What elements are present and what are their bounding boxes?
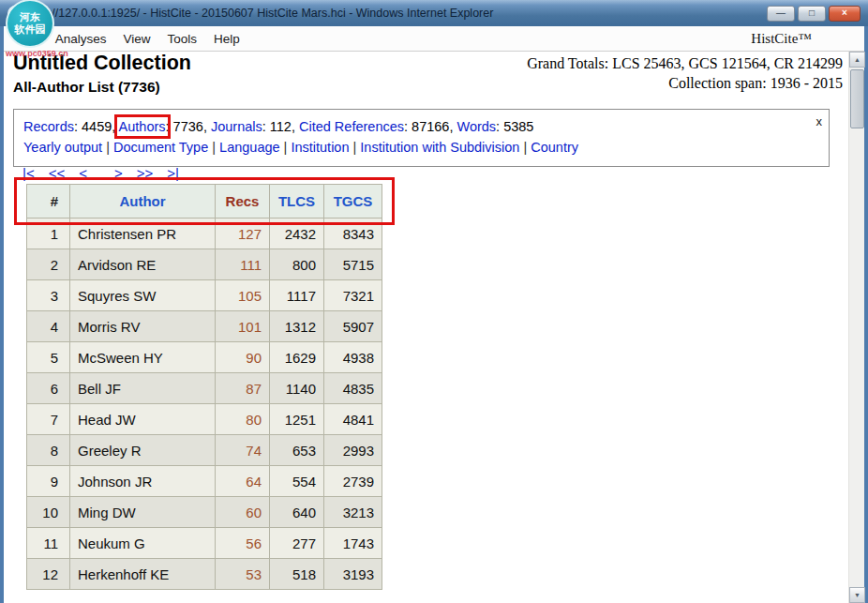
cell-tlcs: 2432: [270, 219, 324, 249]
minimize-button[interactable]: —: [767, 6, 795, 22]
page-content: Untitled Collection All-Author List (773…: [4, 52, 848, 603]
cell-tgcs: 8343: [324, 219, 382, 249]
rewind-pages[interactable]: <<: [49, 165, 66, 181]
window-controls: — □ ×: [767, 6, 861, 22]
cell-tgcs: 4835: [324, 373, 382, 404]
watermark-text-2: 软件园: [15, 23, 46, 36]
cell-tlcs: 1140: [270, 373, 324, 404]
menu-item-help[interactable]: Help: [205, 28, 248, 50]
scrollbar-thumb[interactable]: [850, 69, 864, 128]
cell-recs: 53: [216, 559, 270, 590]
column-header-tgcs[interactable]: TGCS: [324, 185, 382, 219]
separator: |: [208, 140, 219, 155]
cell-tlcs: 1251: [270, 404, 324, 435]
stats-value-records: : 4459,: [74, 119, 119, 134]
cell-author: Greeley R: [70, 435, 216, 466]
cell-rank: 6: [27, 373, 70, 404]
cell-tlcs: 518: [270, 559, 324, 590]
maximize-button[interactable]: □: [798, 6, 826, 22]
separator: |: [350, 140, 361, 155]
separator: |: [280, 140, 292, 155]
stats-link-records[interactable]: Records: [23, 119, 74, 134]
view-link-institution[interactable]: Institution: [291, 140, 349, 155]
table-row: 7Head JW8012514841: [27, 404, 382, 435]
view-link-language[interactable]: Language: [219, 140, 280, 155]
column-header-recs[interactable]: Recs: [216, 185, 270, 219]
cell-author: Herkenhoff KE: [70, 559, 216, 590]
cell-recs: 101: [216, 311, 270, 342]
table-row: 10Ming DW606403213: [27, 497, 382, 528]
pagination: |<<<<>>>>|: [22, 165, 193, 181]
stats-link-cited-references[interactable]: Cited References: [299, 119, 404, 134]
stats-link-journals[interactable]: Journals: [211, 119, 262, 134]
table-row: 3Squyres SW10511177321: [27, 280, 382, 311]
vertical-scrollbar[interactable]: ▲ ▼: [848, 52, 864, 603]
forward-pages[interactable]: >>: [137, 165, 154, 181]
stats-link-authors[interactable]: Authors: [119, 119, 166, 134]
column-header-tlcs[interactable]: TLCS: [270, 185, 324, 219]
cell-rank: 1: [27, 219, 70, 249]
table-body: 1Christensen PR127243283432Arvidson RE11…: [27, 219, 382, 590]
cell-recs: 105: [216, 280, 270, 311]
view-link-institution-with-subdivision[interactable]: Institution with Subdivision: [360, 140, 519, 155]
column-header-author[interactable]: Author: [70, 185, 216, 219]
cell-tgcs: 2993: [324, 435, 382, 466]
cell-author: Johnson JR: [70, 466, 216, 497]
cell-tlcs: 1312: [270, 311, 324, 342]
cell-rank: 4: [27, 311, 70, 342]
cell-tlcs: 1629: [270, 342, 324, 373]
table-row: 5McSween HY9016294938: [27, 342, 382, 373]
window-title: http://127.0.0.1:1925/ - HistCite - 2015…: [29, 7, 759, 20]
cell-recs: 56: [216, 528, 270, 559]
titlebar[interactable]: e http://127.0.0.1:1925/ - HistCite - 20…: [0, 0, 868, 26]
list-subtitle: All-Author List (7736): [13, 79, 160, 96]
table-row: 6Bell JF8711404835: [27, 373, 382, 404]
view-link-yearly-output[interactable]: Yearly output: [23, 140, 102, 155]
author-table: #AuthorRecsTLCSTGCS 1Christensen PR12724…: [26, 184, 382, 590]
scroll-up-icon[interactable]: ▲: [849, 52, 865, 68]
cell-recs: 87: [216, 373, 270, 404]
watermark-logo-icon: 河东 软件园: [6, 0, 54, 48]
cell-rank: 11: [27, 528, 70, 559]
separator: |: [519, 140, 531, 155]
close-button[interactable]: ×: [829, 6, 861, 22]
stats-link-words[interactable]: Words: [456, 119, 496, 134]
cell-tlcs: 554: [270, 466, 324, 497]
stats-value-words: : 5385: [496, 119, 533, 134]
cell-recs: 127: [216, 219, 270, 249]
cell-author: Arvidson RE: [70, 249, 216, 280]
cell-recs: 74: [216, 435, 270, 466]
last-page[interactable]: >|: [167, 165, 179, 181]
cell-tlcs: 800: [270, 249, 324, 280]
histcite-brand: HistCite™: [751, 31, 812, 47]
cell-tlcs: 1117: [270, 280, 324, 311]
cell-rank: 7: [27, 404, 70, 435]
table-row: 12Herkenhoff KE535183193: [27, 559, 382, 590]
cell-rank: 3: [27, 280, 70, 311]
cell-tlcs: 653: [270, 435, 324, 466]
view-link-country[interactable]: Country: [531, 140, 578, 155]
cell-tgcs: 3213: [324, 497, 382, 528]
view-link-document-type[interactable]: Document Type: [113, 140, 208, 155]
watermark-text-1: 河东: [20, 11, 40, 23]
table-row: 2Arvidson RE1118005715: [27, 249, 382, 280]
table-row: 11Neukum G562771743: [27, 528, 382, 559]
cell-tgcs: 4938: [324, 342, 382, 373]
menu-item-view[interactable]: View: [115, 28, 159, 50]
prev-page[interactable]: <: [79, 165, 87, 181]
scroll-down-icon[interactable]: ▼: [849, 587, 865, 603]
next-page[interactable]: >: [114, 165, 123, 181]
cell-recs: 64: [216, 466, 270, 497]
first-page[interactable]: |<: [22, 165, 35, 181]
cell-author: Christensen PR: [70, 219, 216, 249]
cell-rank: 2: [27, 249, 70, 280]
menubar: FileAnalysesViewToolsHelp HistCite™: [4, 26, 864, 52]
author-table-wrap: #AuthorRecsTLCSTGCS 1Christensen PR12724…: [26, 184, 382, 590]
menu-item-tools[interactable]: Tools: [159, 28, 206, 50]
panel-close-icon[interactable]: x: [816, 112, 823, 132]
cell-rank: 9: [27, 466, 70, 497]
cell-tgcs: 3193: [324, 559, 382, 590]
cell-tgcs: 4841: [324, 404, 382, 435]
cell-recs: 80: [216, 404, 270, 435]
collection-span-line: Collection span: 1936 - 2015: [527, 73, 843, 93]
